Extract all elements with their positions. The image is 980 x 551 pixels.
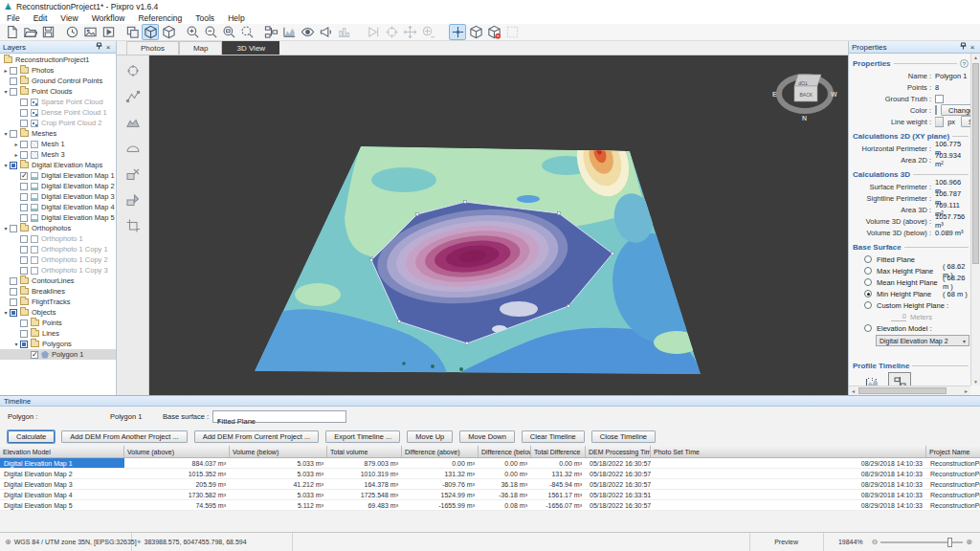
expand-icon[interactable] [2,67,10,74]
layer-row-ortho-1[interactable]: Orthophoto 1 [0,233,116,244]
radio-icon[interactable] [864,278,872,286]
new-project-icon[interactable] [3,24,20,40]
table-cell-model[interactable]: Digital Elevation Map 2 [0,469,124,478]
surface-dome-icon[interactable] [122,139,144,158]
layer-row-crop-pc[interactable]: Crop Point Cloud 2 [0,118,116,128]
table-cell-model[interactable]: Digital Elevation Map 4 [0,490,124,499]
scroll-right-icon[interactable]: ► [964,388,969,394]
tab-3d-view[interactable]: 3D View [222,41,279,55]
col-difference-above[interactable]: Difference (above) [402,446,479,457]
table-row[interactable]: Digital Elevation Map 2 1015.352 m³ 5.03… [0,469,980,479]
layer-checkbox[interactable] [10,288,17,296]
layer-row-ortho-copy-3[interactable]: Orthophoto 1 Copy 3 [0,265,116,276]
col-difference-below[interactable]: Difference (below) [479,446,531,457]
layer-row-points[interactable]: Points [0,318,116,328]
radio-icon[interactable] [864,267,872,275]
export-timeline-button[interactable]: Export Timeline ... [325,430,400,443]
col-photo-set-time[interactable]: Photo Set Time [651,446,926,457]
layer-row-polygon-1[interactable]: Polygon 1 [0,349,116,360]
expand-icon[interactable] [12,151,20,158]
zoom-out-icon[interactable] [202,24,219,40]
layer-checkbox[interactable] [20,341,28,348]
expand-icon[interactable] [2,162,10,168]
table-cell-model[interactable]: Digital Elevation Map 5 [0,500,124,510]
layer-checkbox[interactable] [20,151,28,159]
layer-row-ortho-copy-2[interactable]: Orthophoto 1 Copy 2 [0,254,116,265]
target-icon[interactable] [383,24,400,40]
layer-checkbox[interactable] [10,277,17,285]
layer-checkbox[interactable] [10,298,17,306]
cut-region-icon[interactable] [122,165,144,184]
history-icon[interactable] [63,24,80,40]
layer-checkbox[interactable] [20,267,28,275]
col-elevation-model[interactable]: Elevation Model [0,446,124,457]
profile-chart-icon[interactable] [280,24,298,40]
draw-polyline-icon[interactable] [122,87,144,106]
radio-custom-height[interactable]: Custom Height Plane : [853,299,969,311]
layer-row-ortho-copy-1[interactable]: Orthophoto 1 Copy 1 [0,244,116,254]
layer-checkbox[interactable] [20,183,28,190]
help-icon[interactable]: ? [960,59,969,68]
layer-checkbox[interactable] [20,120,28,127]
layer-checkbox[interactable] [20,256,28,264]
ground-truth-checkbox[interactable] [935,95,944,103]
compare-icon[interactable] [335,24,352,40]
move-icon[interactable] [401,24,418,40]
scroll-down-icon[interactable]: ▼ [973,379,978,385]
visibility-icon[interactable] [299,24,316,40]
terrain-3d-render[interactable] [117,55,848,395]
base-surface-dropdown[interactable]: Fitted Plane▾ [212,410,346,423]
col-dem-processing-time[interactable]: DEM Processing Time [586,446,651,457]
close-icon[interactable]: × [103,43,113,52]
layer-row-photos[interactable]: Photos [0,65,116,76]
layer-row-dem-2[interactable]: Digital Elevation Map 2 [0,181,116,191]
custom-height-input[interactable]: 0 [891,312,906,321]
layer-checkbox[interactable] [20,320,28,327]
col-volume-below[interactable]: Volume (below) [230,446,327,457]
zoom-in-icon[interactable] [184,24,201,40]
volume-cube-remove-icon[interactable] [485,24,502,40]
table-row[interactable]: Digital Elevation Map 3 205.59 m³ 41.212… [0,479,980,490]
navigation-compass[interactable]: TOP BACK E W N [771,65,838,124]
zoom-slider[interactable] [880,541,963,543]
horizontal-scrollbar[interactable]: ◄► [849,386,970,395]
layer-row-gcp[interactable]: Ground Control Points [0,76,116,86]
volume-cube-icon[interactable] [467,24,484,40]
layer-row-point-clouds[interactable]: Point Clouds [0,86,116,97]
menu-edit[interactable]: Edit [27,13,55,23]
target-remove-icon[interactable] [419,24,436,40]
col-volume-above[interactable]: Volume (above) [124,446,230,457]
layer-checkbox[interactable] [20,172,28,180]
pin-icon[interactable] [958,42,968,52]
layer-checkbox[interactable] [10,88,17,96]
layer-checkbox[interactable] [10,67,17,75]
expand-icon[interactable] [2,88,10,95]
radio-icon[interactable] [864,301,872,309]
layer-checkbox[interactable] [10,309,17,317]
move-down-button[interactable]: Move Down [459,430,515,443]
close-timeline-button[interactable]: Close Timeline [591,430,656,443]
expand-icon[interactable] [2,130,10,137]
announce-icon[interactable] [317,24,334,40]
radio-icon[interactable] [864,324,872,332]
pin-icon[interactable] [94,42,103,52]
menu-file[interactable]: File [0,13,27,23]
layer-row-dem-4[interactable]: Digital Elevation Map 4 [0,202,116,212]
layer-checkbox[interactable] [20,235,28,243]
expand-icon[interactable] [2,225,10,231]
radio-mean-height[interactable]: Mean Height Plane( 68.26 m ) [853,276,969,288]
layer-row-dem-1[interactable]: Digital Elevation Map 1 [0,170,116,181]
radio-elevation-model[interactable]: Elevation Model : [853,322,969,334]
layer-row-dem-folder[interactable]: Digital Elevation Maps [0,160,116,170]
close-icon[interactable]: × [968,43,977,52]
layer-checkbox[interactable] [20,246,28,253]
table-row[interactable]: Digital Elevation Map 4 1730.582 m³ 5.03… [0,490,980,500]
table-cell-model[interactable]: Digital Elevation Map 3 [0,479,124,489]
col-total-volume[interactable]: Total volume [327,446,402,457]
col-total-difference[interactable]: Total Difference [531,446,586,457]
layer-checkbox[interactable] [20,214,28,222]
vertical-scrollbar[interactable]: ▲▼ [970,54,980,386]
layer-row-meshes[interactable]: Meshes [0,128,116,139]
layer-row-orthophotos[interactable]: Orthophotos [0,223,116,233]
layer-row-objects[interactable]: Objects [0,307,116,318]
